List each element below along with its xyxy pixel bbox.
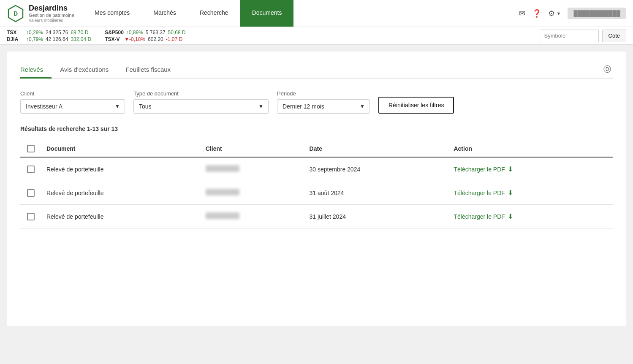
row3-download-label: Télécharger le PDF [454,213,505,220]
brand-subtitle: Gestion de patrimoine [29,13,74,18]
period-filter-group: Période Dernier 12 mois Dernier 6 mois D… [277,90,370,114]
brand-sub2: Valeurs mobilières [29,18,74,23]
nav-documents[interactable]: Documents [240,0,294,27]
row1-download-icon: ⬇ [508,165,513,173]
row2-client-blurred [206,189,239,196]
ticker-djia-change: ↑0,79% [26,36,43,42]
row2-checkbox[interactable] [27,189,35,197]
type-select-wrapper: Tous Relevé de portefeuille [133,99,269,114]
ticker-tsxv-name: TSX-V [105,36,122,42]
ticker-sp500-change: ↑0,89% [126,30,143,35]
row2-client [201,181,304,205]
type-filter-label: Type de document [133,90,269,97]
row3-client [201,205,304,228]
nav-items: Mes comptes Marchés Recherche Documents [83,0,519,27]
row2-download-label: Télécharger le PDF [454,190,505,196]
ticker-djia-name: DJIA [7,36,24,42]
type-filter-group: Type de document Tous Relevé de portefeu… [133,90,269,114]
table-row: Relevé de portefeuille 31 juillet 2024 T… [20,205,613,228]
cote-button[interactable]: Cote [602,30,626,42]
row2-checkbox-cell [20,181,41,205]
ticker-sp500-value: 5 763,37 [146,30,166,35]
row1-download-link[interactable]: Télécharger le PDF ⬇ [454,165,513,173]
document-tabs: Relevés Avis d'exécutions Feuillets fisc… [20,62,613,79]
row3-download-icon: ⬇ [508,212,513,220]
client-select[interactable]: Investisseur A Investisseur B [20,99,125,114]
ticker-search-area: Cote [540,30,626,42]
ticker-bar: TSX ↑0,29% 24 325,76 69,70 D DJIA ↑0,79%… [0,27,633,45]
nav-right-icons: ✉ ❓ ⚙ ▼ ████████████ [519,8,626,19]
nav-marches[interactable]: Marchés [141,0,188,27]
ticker-sp500-name: S&P500 [105,30,124,35]
results-summary: Résultats de recherche 1-13 sur 13 [20,125,613,132]
tab-releves[interactable]: Relevés [20,62,52,79]
row1-client-blurred [206,165,239,172]
client-filter-group: Client Investisseur A Investisseur B [20,90,125,114]
ticker-tsx-change: ↑0,29% [26,30,43,35]
col-header-action: Action [448,141,613,157]
col-header-date: Date [304,141,449,157]
nav-recherche[interactable]: Recherche [188,0,240,27]
row1-checkbox[interactable] [27,166,35,173]
ticker-tsx: TSX ↑0,29% 24 325,76 69,70 D DJIA ↑0,79%… [7,30,91,42]
row3-checkbox[interactable] [27,213,35,220]
row1-checkbox-cell [20,157,41,181]
ticker-tsxv-change: ▼-0,18% [124,36,145,42]
row2-date: 31 août 2024 [304,181,449,205]
period-filter-label: Période [277,90,370,97]
ticker-sp500-delta: 50,68 D [168,30,186,35]
row3-download-link[interactable]: Télécharger le PDF ⬇ [454,212,513,220]
ticker-djia-value: 42 126,64 [46,36,68,42]
documents-table: Document Client Date Action Relevé de po… [20,141,613,228]
ticker-tsxv-value: 602,20 [148,36,163,42]
type-select[interactable]: Tous Relevé de portefeuille [133,99,269,114]
row3-checkbox-cell [20,205,41,228]
settings-icon-button[interactable]: ⚙ ▼ [548,9,561,18]
symbol-input[interactable] [540,30,599,42]
reset-filters-button[interactable]: Réinitialiser les filtres [378,97,454,114]
period-select[interactable]: Dernier 12 mois Dernier 6 mois Dernier 3… [277,99,370,114]
filters-row: Client Investisseur A Investisseur B Typ… [20,90,613,114]
row3-client-blurred [206,212,239,219]
ticker-tsx-delta: 69,70 D [71,30,88,35]
row2-action: Télécharger le PDF ⬇ [448,181,613,205]
svg-text:D: D [14,10,18,17]
ticker-tsx-value: 24 325,76 [46,30,68,35]
row2-document: Relevé de portefeuille [41,181,201,205]
help-icon-button[interactable]: ❓ [532,9,541,18]
nav-mes-comptes[interactable]: Mes comptes [83,0,141,27]
col-header-document: Document [41,141,201,157]
row1-download-label: Télécharger le PDF [454,166,505,173]
top-navigation: D Desjardins Gestion de patrimoine Valeu… [0,0,633,27]
col-header-client: Client [201,141,304,157]
row1-action: Télécharger le PDF ⬇ [448,157,613,181]
select-all-checkbox[interactable] [27,145,35,152]
tab-avis-executions[interactable]: Avis d'exécutions [52,62,117,79]
logo-text: Desjardins Gestion de patrimoine Valeurs… [29,4,74,23]
ticker-tsx-name: TSX [7,30,24,35]
desjardins-logo-icon: D [7,5,24,22]
table-row: Relevé de portefeuille 31 août 2024 Télé… [20,181,613,205]
row1-date: 30 septembre 2024 [304,157,449,181]
main-content: Relevés Avis d'exécutions Feuillets fisc… [7,52,626,326]
row2-download-icon: ⬇ [508,189,513,197]
mail-icon-button[interactable]: ✉ [519,9,525,18]
row3-date: 31 juillet 2024 [304,205,449,228]
client-filter-label: Client [20,90,125,97]
tab-help-icon[interactable]: ⓪ [602,62,613,76]
ticker-djia-delta: 332,04 D [71,36,91,42]
client-select-wrapper: Investisseur A Investisseur B [20,99,125,114]
ticker-tsxv-delta: -1,07 D [166,36,182,42]
row2-download-link[interactable]: Télécharger le PDF ⬇ [454,189,513,197]
table-row: Relevé de portefeuille 30 septembre 2024… [20,157,613,181]
row1-document: Relevé de portefeuille [41,157,201,181]
tab-feuillets-fiscaux[interactable]: Feuillets fiscaux [117,62,179,79]
brand-name: Desjardins [29,4,74,13]
row3-document: Relevé de portefeuille [41,205,201,228]
ticker-sp500: S&P500 ↑0,89% 5 763,37 50,68 D TSX-V ▼-0… [105,30,185,42]
logo-area: D Desjardins Gestion de patrimoine Valeu… [7,4,83,23]
col-header-checkbox [20,141,41,157]
row3-action: Télécharger le PDF ⬇ [448,205,613,228]
user-account-area[interactable]: ████████████ [568,8,626,19]
period-select-wrapper: Dernier 12 mois Dernier 6 mois Dernier 3… [277,99,370,114]
